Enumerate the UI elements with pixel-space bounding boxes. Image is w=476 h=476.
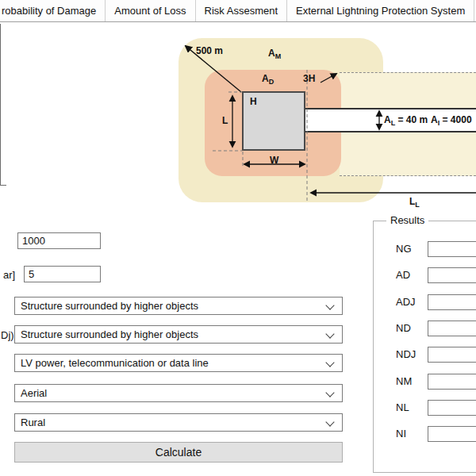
distance-label: 500 m bbox=[196, 45, 223, 56]
environment-value: Rural bbox=[21, 416, 45, 428]
length-label: L bbox=[222, 115, 228, 126]
line-installation-select[interactable]: Aerial bbox=[14, 384, 343, 402]
tab-risk-assessment[interactable]: Risk Assesment bbox=[196, 0, 287, 21]
flash-density-input[interactable] bbox=[17, 232, 101, 249]
risk-calculator-window: robability of Damage Amount of Loss Risk… bbox=[0, 0, 476, 476]
left-groupbox-edge bbox=[0, 24, 6, 186]
results-title: Results bbox=[386, 214, 428, 226]
line-type-select[interactable]: LV power, telecommunication or data line bbox=[14, 354, 343, 372]
height-label: H bbox=[250, 96, 257, 107]
result-label-nm: NM bbox=[396, 375, 412, 387]
am-label: AM bbox=[268, 48, 281, 60]
result-label-ni: NI bbox=[396, 428, 406, 440]
line-area-label: AI = 4000 bbox=[431, 114, 472, 127]
adjacent-structure-location-value: Structure surrounded by higher objects bbox=[21, 328, 198, 340]
result-nm-field[interactable] bbox=[428, 374, 476, 390]
line-length-label: LL bbox=[409, 196, 420, 209]
chevron-down-icon bbox=[325, 329, 334, 338]
tab-amount-of-loss[interactable]: Amount of Loss bbox=[106, 0, 195, 21]
chevron-down-icon bbox=[325, 358, 334, 367]
result-ndj-field[interactable] bbox=[428, 347, 476, 363]
tab-probability-of-damage[interactable]: robability of Damage bbox=[0, 0, 106, 21]
line-height-label: AL = 40 m bbox=[384, 114, 428, 127]
unit-label-fragment: ar] bbox=[3, 269, 15, 281]
structure-location-value: Structure surrounded by higher objects bbox=[21, 300, 198, 312]
tab-external-lightning-protection-system[interactable]: External Lightning Protection System bbox=[287, 0, 474, 21]
result-ad-field[interactable] bbox=[428, 267, 476, 283]
result-label-ng: NG bbox=[396, 243, 412, 255]
result-label-nl: NL bbox=[396, 401, 409, 413]
chevron-down-icon bbox=[325, 388, 334, 397]
result-label-nd: ND bbox=[396, 322, 411, 334]
line-installation-value: Aerial bbox=[21, 387, 47, 399]
three-h-label: 3H bbox=[303, 73, 315, 84]
result-ni-field[interactable] bbox=[428, 426, 476, 442]
adj-label-fragment: Dj) bbox=[1, 329, 14, 341]
environment-select[interactable]: Rural bbox=[14, 413, 343, 432]
structure-location-select[interactable]: Structure surrounded by higher objects bbox=[14, 297, 343, 315]
chevron-down-icon bbox=[325, 301, 334, 309]
adjacent-structure-location-select[interactable]: Structure surrounded by higher objects bbox=[14, 325, 343, 344]
result-nl-field[interactable] bbox=[428, 400, 476, 416]
tab-bar: robability of Damage Amount of Loss Risk… bbox=[0, 0, 476, 22]
result-label-ndj: NDJ bbox=[396, 348, 416, 360]
result-nd-field[interactable] bbox=[428, 321, 476, 336]
result-ng-field[interactable] bbox=[428, 241, 476, 257]
result-label-adj: ADJ bbox=[396, 296, 416, 308]
line-type-value: LV power, telecommunication or data line bbox=[21, 357, 209, 369]
ad-label: AD bbox=[262, 73, 274, 86]
chevron-down-icon bbox=[325, 417, 334, 426]
second-parameter-input[interactable] bbox=[24, 266, 101, 282]
result-label-ad: AD bbox=[396, 269, 410, 281]
width-label: W bbox=[270, 155, 278, 166]
calculate-button[interactable]: Calculate bbox=[14, 442, 343, 463]
result-adj-field[interactable] bbox=[428, 294, 476, 310]
results-groupbox: Results NG AD ADJ ND NDJ NM NL NI bbox=[373, 221, 476, 473]
